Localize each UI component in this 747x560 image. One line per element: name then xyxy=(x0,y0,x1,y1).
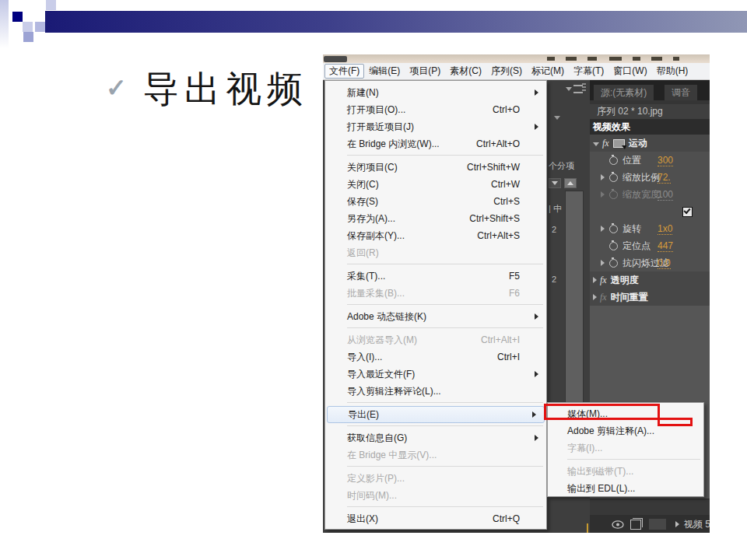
list-view-button[interactable] xyxy=(549,178,561,188)
property-label: 定位点 xyxy=(622,240,651,253)
menubar-item-edit[interactable]: 编辑(E) xyxy=(364,64,405,79)
property-label: 位置 xyxy=(622,154,641,167)
effect-row-motion[interactable]: fx 运动 xyxy=(590,135,710,152)
menu-item-shortcut: Ctrl+Q xyxy=(493,513,520,524)
effect-row-time-remap[interactable]: fx 时间重置 xyxy=(590,289,710,306)
property-row-rotation[interactable]: 旋转 1x0 xyxy=(590,220,710,237)
menu-item-reveal-in-bridge: 在 Bridge 中显示(V)... xyxy=(325,446,546,464)
effect-row-opacity[interactable]: fx 透明度 xyxy=(590,271,710,289)
dropdown-arrow-icon[interactable] xyxy=(554,116,560,120)
menu-item-shortcut: Ctrl+Alt+O xyxy=(476,138,520,149)
property-value[interactable]: 1x0 xyxy=(658,223,672,235)
titlebar-text-fragment xyxy=(651,57,662,61)
checkbox-checked-icon[interactable] xyxy=(682,207,693,217)
menubar-item-sequence[interactable]: 序列(S) xyxy=(486,64,527,79)
titlebar-text-fragment xyxy=(673,57,679,61)
menu-item-label: Adobe 动态链接(K) xyxy=(347,310,426,324)
titlebar-text-fragment xyxy=(633,57,640,61)
menu-item-export[interactable]: 导出(E) xyxy=(327,406,545,423)
menu-item-save-copy[interactable]: 保存副本(Y)... Ctrl+Alt+S xyxy=(325,227,546,244)
video-effects-header: 视频效果 xyxy=(590,119,710,135)
up-arrow-icon xyxy=(567,181,573,185)
menu-item-label: 定义影片(P)... xyxy=(347,472,405,485)
eye-icon[interactable] xyxy=(612,520,624,529)
annotation-box-small xyxy=(658,418,693,426)
menubar-item-title[interactable]: 字幕(T) xyxy=(569,64,608,79)
uniform-scale-row[interactable] xyxy=(590,203,710,220)
titlebar-text-fragment xyxy=(587,57,597,61)
twirl-right-icon[interactable] xyxy=(593,277,597,283)
menu-item-shortcut: Ctrl+Shift+S xyxy=(469,213,520,224)
menu-item-get-properties[interactable]: 获取信息自(G) xyxy=(325,429,546,446)
menubar-item-window[interactable]: 窗口(W) xyxy=(608,64,651,79)
track-expand-icon[interactable] xyxy=(675,521,679,527)
menu-item-import[interactable]: 导入(I)... Ctrl+I xyxy=(325,348,546,366)
menu-item-label: 从浏览器导入(M) xyxy=(347,334,417,347)
menubar-item-project[interactable]: 项目(P) xyxy=(405,64,445,79)
menu-item-dynamic-link[interactable]: Adobe 动态链接(K) xyxy=(325,308,546,325)
menu-separator xyxy=(347,402,543,403)
menu-item-label: 输出到磁带(T)... xyxy=(567,465,633,478)
menu-item-label: 导入剪辑注释评论(L)... xyxy=(347,385,441,398)
property-row-scale[interactable]: 缩放比例 72. xyxy=(590,169,710,186)
property-value[interactable]: 72. xyxy=(658,172,671,184)
menubar-item-help[interactable]: 帮助(H) xyxy=(652,64,693,79)
menu-item-open-recent[interactable]: 打开最近项目(J) xyxy=(325,118,546,135)
tab-audio-mixer[interactable]: 调音 xyxy=(665,85,697,100)
menu-item-close-project[interactable]: 关闭项目(C) Ctrl+Shift+W xyxy=(325,159,546,176)
tab-source[interactable]: 源:(无素材) xyxy=(594,85,654,100)
menu-item-shortcut: Ctrl+O xyxy=(493,104,520,115)
menu-item-shortcut: Ctrl+I xyxy=(497,352,520,362)
menu-item-new[interactable]: 新建(N) xyxy=(325,84,546,101)
submenu-item-export-to-edl[interactable]: 输出到 EDL(L)... xyxy=(548,480,703,497)
property-row-scale-width[interactable]: 缩放宽度 100 xyxy=(590,186,710,203)
track-slot[interactable] xyxy=(649,519,666,530)
menubar-item-file[interactable]: 文件(F) xyxy=(324,64,364,79)
menu-item-shortcut: F6 xyxy=(509,288,520,299)
menu-item-label: 获取信息自(G) xyxy=(347,432,407,445)
menu-item-save[interactable]: 保存(S) Ctrl+S xyxy=(325,193,546,210)
menu-item-label: 在 Bridge 中显示(V)... xyxy=(347,449,437,462)
stopwatch-icon[interactable] xyxy=(609,173,618,182)
menu-item-label: 输出到 EDL(L)... xyxy=(567,482,635,495)
menu-item-exit[interactable]: 退出(X) Ctrl+Q xyxy=(325,510,546,527)
menu-item-label: 关闭(C) xyxy=(347,178,379,191)
property-row-antiflicker[interactable]: 抗闪烁过滤 0.0 xyxy=(590,254,710,271)
menu-item-open-project[interactable]: 打开项目(O)... Ctrl+O xyxy=(325,101,546,118)
menu-item-label: 导入(I)... xyxy=(347,351,382,364)
twirl-right-icon[interactable] xyxy=(601,226,605,232)
twirl-right-icon[interactable] xyxy=(601,174,605,180)
effect-label: 时间重置 xyxy=(611,291,648,304)
twirl-down-icon[interactable] xyxy=(593,142,599,146)
twirl-right-icon[interactable] xyxy=(601,260,605,266)
property-row-position[interactable]: 位置 300 xyxy=(590,152,710,169)
file-menu: 新建(N) 打开项目(O)... Ctrl+O 打开最近项目(J) 在 Brid… xyxy=(324,80,547,530)
property-value[interactable]: 300 xyxy=(658,155,673,166)
project-list-fragment: 2 xyxy=(552,275,556,284)
property-row-anchor[interactable]: 定位点 447 xyxy=(590,237,710,254)
menubar-item-clip[interactable]: 素材(C) xyxy=(445,64,486,79)
panel-tab-bar: 源:(无素材) 调音 xyxy=(590,80,710,100)
stopwatch-icon[interactable] xyxy=(609,156,618,165)
stopwatch-icon[interactable] xyxy=(609,242,618,250)
stopwatch-icon[interactable] xyxy=(609,225,618,233)
track-lock-icon[interactable] xyxy=(630,520,641,530)
menu-item-save-as[interactable]: 另存为(A)... Ctrl+Shift+S xyxy=(325,210,546,227)
menu-bar: 文件(F) 编辑(E) 项目(P) 素材(C) 序列(S) 标记(M) 字幕(T… xyxy=(323,63,710,80)
menu-separator xyxy=(347,264,543,264)
menu-item-import-recent[interactable]: 导入最近文件(F) xyxy=(325,366,546,383)
panel-menu-icon[interactable] xyxy=(566,85,583,93)
property-value[interactable]: 447 xyxy=(658,240,673,252)
stopwatch-icon[interactable] xyxy=(609,259,618,268)
twirl-right-icon[interactable] xyxy=(593,294,597,300)
menu-item-import-clip-notes[interactable]: 导入剪辑注释评论(L)... xyxy=(325,383,546,400)
menu-item-close[interactable]: 关闭(C) Ctrl+W xyxy=(325,176,546,193)
scrollbar-track[interactable] xyxy=(565,191,584,410)
menubar-item-marker[interactable]: 标记(M) xyxy=(527,64,569,79)
menu-item-browse-bridge[interactable]: 在 Bridge 内浏览(W)... Ctrl+Alt+O xyxy=(325,135,546,152)
menu-item-capture[interactable]: 采集(T)... F5 xyxy=(325,268,546,285)
property-value[interactable]: 0.0 xyxy=(658,257,671,269)
scroll-up-button[interactable] xyxy=(564,178,577,188)
twirl-right-icon xyxy=(601,191,605,198)
panel-grip-icon[interactable] xyxy=(582,83,586,93)
